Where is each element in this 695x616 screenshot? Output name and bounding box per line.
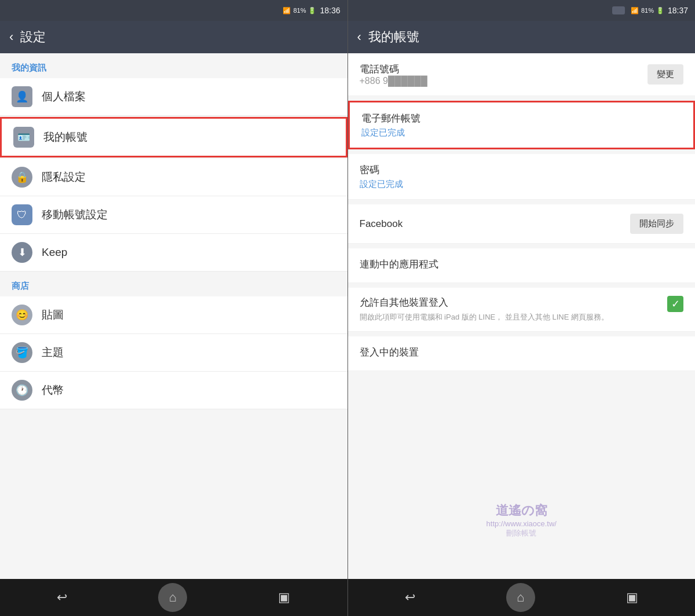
right-status-bar: 📶 81% 🔋 18:37 xyxy=(348,0,696,21)
left-status-bar: 📶 81% 🔋 18:36 xyxy=(0,0,348,21)
right-back-button[interactable]: ‹ xyxy=(357,30,361,45)
keep-icon: ⬇ xyxy=(12,242,32,263)
allow-device-section: 允許自其他裝置登入 開啟此項即可使用電腦和 iPad 版的 LINE， 並且登入… xyxy=(348,288,696,332)
mobile-account-label: 移動帳號設定 xyxy=(42,207,108,222)
right-nav-bar: ‹ 我的帳號 xyxy=(348,21,696,53)
menu-item-keep[interactable]: ⬇ Keep xyxy=(0,234,348,272)
right-battery-icon: 🔋 xyxy=(656,7,664,14)
phone-value: +886 9██████ xyxy=(360,76,427,86)
allow-device-content: 允許自其他裝置登入 開啟此項即可使用電腦和 iPad 版的 LINE， 並且登入… xyxy=(360,296,668,323)
theme-icon: 🪣 xyxy=(12,342,32,363)
phone-row: 電話號碼 +886 9██████ 變更 xyxy=(348,53,696,96)
menu-item-profile[interactable]: 👤 個人檔案 xyxy=(0,78,348,116)
right-wifi-icon: 📶 xyxy=(631,7,639,14)
right-back-nav-btn[interactable]: ↩ xyxy=(405,590,415,605)
section-my-info-label: 我的資訊 xyxy=(0,53,348,78)
left-content: 我的資訊 👤 個人檔案 🪪 我的帳號 🔒 隱私設定 🛡 移動帳號設定 ⬇ Kee… xyxy=(0,53,348,579)
allow-device-checkbox[interactable]: ✓ xyxy=(667,296,683,312)
sticker-icon: 😊 xyxy=(12,305,32,325)
left-signal-icons: 📶 81% 🔋 xyxy=(283,7,316,14)
left-back-nav-btn[interactable]: ↩ xyxy=(57,590,67,605)
logged-devices-row[interactable]: 登入中的裝置 xyxy=(348,336,696,371)
right-signal-icons: 📶 81% 🔋 xyxy=(631,7,664,14)
facebook-sync-button[interactable]: 開始同步 xyxy=(630,214,683,234)
menu-item-mobile-account[interactable]: 🛡 移動帳號設定 xyxy=(0,196,348,234)
privacy-label: 隱私設定 xyxy=(42,170,86,185)
right-notif-icon xyxy=(612,6,625,14)
allow-device-title: 允許自其他裝置登入 xyxy=(360,296,661,309)
section-shop-label: 商店 xyxy=(0,272,348,296)
password-sub: 設定已完成 xyxy=(360,179,684,190)
battery-text: 81% xyxy=(293,7,306,14)
logged-devices-section: 登入中的裝置 xyxy=(348,336,696,371)
profile-icon: 👤 xyxy=(12,86,32,107)
watermark-line1: 道遙の窩 xyxy=(487,502,557,519)
password-section: 密碼 設定已完成 xyxy=(348,154,696,200)
keep-label: Keep xyxy=(42,246,67,259)
phone-section: 電話號碼 +886 9██████ 變更 xyxy=(348,53,696,96)
left-home-nav-btn[interactable]: ⌂ xyxy=(158,583,187,612)
my-account-label: 我的帳號 xyxy=(43,130,87,145)
allow-device-row: 允許自其他裝置登入 開啟此項即可使用電腦和 iPad 版的 LINE， 並且登入… xyxy=(348,288,696,332)
menu-item-privacy[interactable]: 🔒 隱私設定 xyxy=(0,159,348,196)
email-sub: 設定已完成 xyxy=(361,127,682,138)
battery-icon: 🔋 xyxy=(308,7,316,14)
left-phone-screen: 📶 81% 🔋 18:36 ‹ 設定 我的資訊 👤 個人檔案 🪪 我的帳號 🔒 … xyxy=(0,0,348,616)
watermark: 道遙の窩 http://www.xiaoce.tw/ 刪除帳號 xyxy=(487,502,557,538)
allow-device-desc: 開啟此項即可使用電腦和 iPad 版的 LINE， 並且登入其他 LINE 網頁… xyxy=(360,311,661,323)
right-time: 18:37 xyxy=(668,6,688,15)
left-recent-nav-btn[interactable]: ▣ xyxy=(278,590,290,605)
right-battery-text: 81% xyxy=(641,7,654,14)
left-back-button[interactable]: ‹ xyxy=(9,30,13,45)
logged-devices-title: 登入中的裝置 xyxy=(360,346,684,359)
menu-item-my-account[interactable]: 🪪 我的帳號 xyxy=(0,117,348,157)
coin-icon: 🕐 xyxy=(12,380,32,401)
wifi-icon: 📶 xyxy=(283,7,291,14)
right-phone-screen: 📶 81% 🔋 18:37 ‹ 我的帳號 電話號碼 +886 9██████ 變… xyxy=(348,0,696,616)
linked-apps-row[interactable]: 連動中的應用程式 xyxy=(348,248,696,283)
right-recent-nav-btn[interactable]: ▣ xyxy=(626,590,638,605)
linked-apps-title: 連動中的應用程式 xyxy=(360,258,684,271)
email-row[interactable]: 電子郵件帳號 設定已完成 xyxy=(348,101,696,149)
watermark-line3: 刪除帳號 xyxy=(487,528,557,538)
phone-title: 電話號碼 xyxy=(360,63,427,76)
right-nav-title: 我的帳號 xyxy=(368,28,419,46)
email-section: 電子郵件帳號 設定已完成 xyxy=(348,101,696,149)
sticker-label: 貼圖 xyxy=(42,307,64,322)
coin-label: 代幣 xyxy=(42,383,64,398)
facebook-title: Facebook xyxy=(360,218,403,230)
left-nav-title: 設定 xyxy=(20,28,46,46)
menu-item-sticker[interactable]: 😊 貼圖 xyxy=(0,296,348,334)
profile-label: 個人檔案 xyxy=(42,89,86,104)
right-content: 電話號碼 +886 9██████ 變更 電子郵件帳號 設定已完成 密碼 設定已… xyxy=(348,53,696,579)
theme-label: 主題 xyxy=(42,345,64,360)
left-time: 18:36 xyxy=(320,6,340,15)
right-home-nav-btn[interactable]: ⌂ xyxy=(506,583,535,612)
menu-item-coin[interactable]: 🕐 代幣 xyxy=(0,372,348,409)
password-row[interactable]: 密碼 設定已完成 xyxy=(348,154,696,200)
facebook-row: Facebook 開始同步 xyxy=(348,204,696,244)
right-bottom-nav: ↩ ⌂ ▣ xyxy=(348,579,696,616)
privacy-icon: 🔒 xyxy=(12,167,32,188)
phone-change-button[interactable]: 變更 xyxy=(648,64,683,85)
linked-apps-section: 連動中的應用程式 xyxy=(348,248,696,283)
facebook-section: Facebook 開始同步 xyxy=(348,204,696,244)
menu-item-theme[interactable]: 🪣 主題 xyxy=(0,334,348,372)
left-nav-bar: ‹ 設定 xyxy=(0,21,348,53)
email-title: 電子郵件帳號 xyxy=(361,112,682,125)
my-account-icon: 🪪 xyxy=(13,127,34,148)
phone-info: 電話號碼 +886 9██████ xyxy=(360,63,427,86)
password-title: 密碼 xyxy=(360,163,684,177)
left-bottom-nav: ↩ ⌂ ▣ xyxy=(0,579,348,616)
mobile-account-icon: 🛡 xyxy=(12,204,32,225)
watermark-line2: http://www.xiaoce.tw/ xyxy=(487,519,557,528)
